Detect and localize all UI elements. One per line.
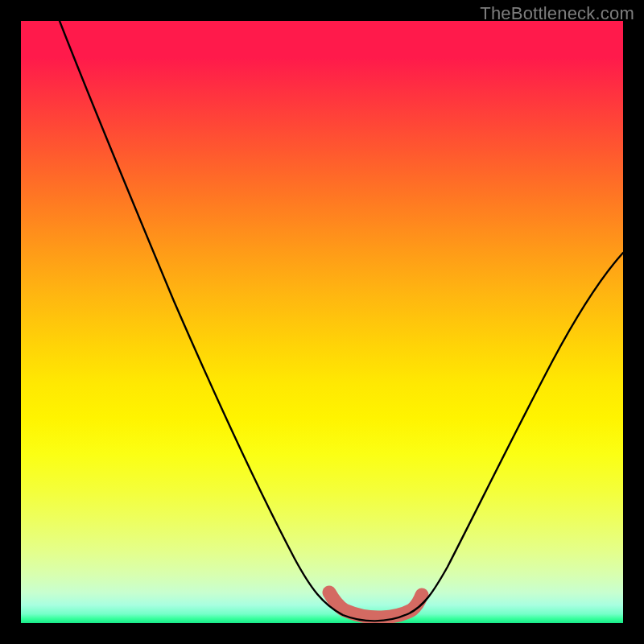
- plot-area: [21, 21, 623, 623]
- curve-layer: [21, 21, 623, 623]
- chart-stage: TheBottleneck.com: [0, 0, 644, 644]
- watermark-text: TheBottleneck.com: [480, 3, 634, 24]
- bottleneck-curve-path: [60, 21, 623, 621]
